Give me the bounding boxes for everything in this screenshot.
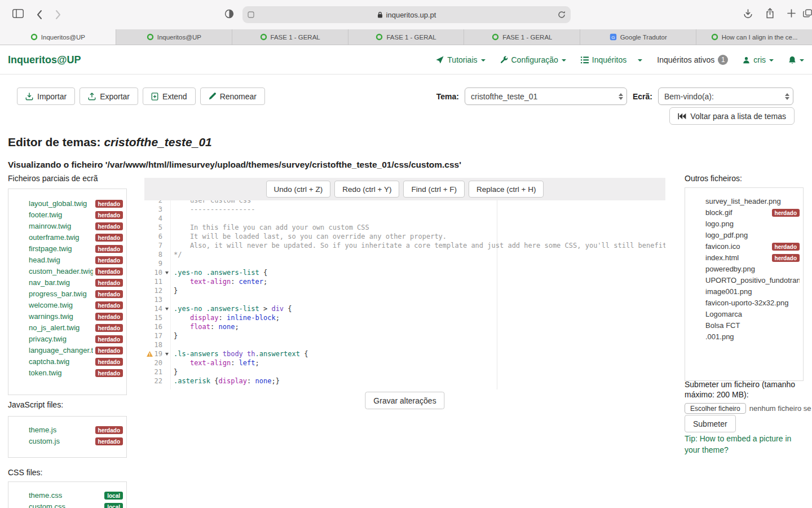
embed-picture-tip-link[interactable]: Tip: How to embed a picture in your them… (685, 433, 797, 456)
chevron-down-icon[interactable] (638, 59, 642, 62)
code-line[interactable]: 13 (144, 295, 665, 304)
file-link[interactable]: UPORTO_positivo_fundotransp (705, 275, 800, 286)
theme-select[interactable]: cristofthe_teste_01 (465, 87, 627, 105)
code-line[interactable]: 19.ls-answers tbody th.answertext { (144, 349, 665, 358)
browser-tab[interactable]: How can I align in the ce... (696, 29, 812, 45)
save-changes-button[interactable]: Gravar alterações (365, 392, 444, 409)
file-link[interactable]: no_js_alert.twig (29, 322, 93, 334)
code-line[interactable]: 5 In this file you can add your own cust… (144, 223, 665, 232)
code-line[interactable]: 18 (144, 340, 665, 349)
file-link[interactable]: block.gif (705, 207, 770, 218)
file-link[interactable]: language_changer.twig (29, 345, 93, 356)
file-link[interactable]: custom.js (29, 436, 93, 447)
file-link[interactable]: progress_bar.twig (29, 288, 93, 300)
import-button[interactable]: Importar (17, 87, 75, 105)
code-line[interactable]: 21} (144, 367, 665, 376)
browser-tab[interactable]: FASE 1 - GERAL (232, 29, 348, 45)
file-link[interactable]: Logomarca (705, 309, 800, 320)
code-line[interactable]: 22.asterisk {display: none;} (144, 376, 665, 386)
browser-tab[interactable]: FASE 1 - GERAL (348, 29, 464, 45)
file-link[interactable]: favicon-uporto-32x32.png (705, 297, 800, 309)
file-link[interactable]: index.html (705, 252, 770, 264)
code-line[interactable]: 7 Also, it will never be updated. So if … (144, 241, 665, 250)
code-area[interactable]: 2 user custom css3 ----------------45 In… (144, 200, 665, 389)
screen-select[interactable]: Bem-vindo(a): (658, 87, 793, 105)
privacy-shield-icon[interactable] (224, 9, 234, 19)
downloads-icon[interactable] (743, 9, 753, 19)
fold-arrow-icon[interactable] (165, 353, 169, 356)
file-link[interactable]: .001.png (705, 331, 800, 343)
file-link[interactable]: head.twig (29, 255, 93, 266)
nav-notifications[interactable] (788, 56, 804, 64)
submit-button[interactable]: Submeter (685, 415, 736, 432)
browser-tab[interactable]: Inqueritos@UP (0, 29, 116, 45)
browser-tab[interactable]: Inqueritos@UP (116, 29, 232, 45)
file-link[interactable]: token.twig (29, 367, 93, 379)
line-number: 7 (158, 241, 162, 250)
address-bar[interactable]: inqueritos.up.pt (242, 6, 571, 23)
forward-icon[interactable] (55, 10, 61, 20)
file-link[interactable]: privacy.twig (29, 334, 93, 345)
replace-button[interactable]: Replace (ctrl + H) (469, 181, 544, 198)
redo-button[interactable]: Redo (ctrl + Y) (334, 181, 399, 198)
file-link[interactable]: Bolsa FCT (705, 320, 800, 331)
code-line[interactable]: 6 It will be loaded last, so you can ove… (144, 232, 665, 241)
file-link[interactable]: layout_global.twig (29, 198, 93, 209)
fold-arrow-icon[interactable] (165, 308, 169, 310)
code-line[interactable]: 11 text-align: center; (144, 277, 665, 286)
sidebar-toggle-icon[interactable] (12, 9, 24, 18)
nav-tutorials[interactable]: Tutoriais (436, 55, 485, 64)
fold-arrow-icon[interactable] (165, 271, 169, 274)
back-to-theme-list-button[interactable]: Voltar para a lista de temas (669, 107, 795, 125)
file-link[interactable]: custom.css (29, 501, 102, 508)
new-tab-icon[interactable] (787, 9, 796, 17)
choose-file-button[interactable]: Escolher ficheiro (685, 403, 746, 414)
code-line[interactable]: 12} (144, 286, 665, 295)
browser-tab[interactable]: FASE 1 - GERAL (464, 29, 580, 45)
browser-tab[interactable]: GGoogle Tradutor (580, 29, 696, 45)
file-link[interactable]: mainrow.twig (29, 221, 93, 232)
tab-overview-icon[interactable] (803, 9, 812, 17)
file-link[interactable]: logo_pdf.png (705, 230, 800, 241)
file-link[interactable]: firstpage.twig (29, 243, 93, 255)
code-line[interactable]: 17} (144, 331, 665, 340)
file-link[interactable]: poweredby.png (705, 264, 800, 275)
file-link[interactable]: logo.png (705, 218, 800, 230)
file-link[interactable]: custom_header.twig (29, 266, 93, 277)
brand-logo[interactable]: Inqueritos@UP (8, 45, 81, 75)
file-link[interactable]: survey_list_header.png (705, 196, 800, 207)
code-line[interactable]: 4 (144, 214, 665, 223)
file-link[interactable]: footer.twig (29, 209, 93, 221)
code-line[interactable]: 20 text-align: left; (144, 358, 665, 367)
code-line[interactable]: 15 display: inline-block; (144, 313, 665, 322)
reload-icon[interactable] (558, 11, 566, 19)
line-number: 20 (155, 358, 162, 367)
nav-configuration[interactable]: Configuração (500, 55, 566, 64)
file-link[interactable]: nav_bar.twig (29, 277, 93, 288)
file-link[interactable]: image001.png (705, 286, 800, 297)
nav-active-surveys[interactable]: Inquéritos ativos 1 (657, 55, 728, 65)
nav-user-menu[interactable]: cris (743, 55, 774, 64)
file-link[interactable]: theme.css (29, 490, 102, 501)
rename-button[interactable]: Renomear (200, 87, 265, 105)
code-line[interactable]: 2 user custom css (144, 200, 665, 205)
share-icon[interactable] (766, 8, 774, 19)
undo-button[interactable]: Undo (ctrl + Z) (266, 181, 331, 198)
file-link[interactable]: favicon.ico (705, 241, 770, 252)
extend-button[interactable]: Extend (143, 87, 196, 105)
file-link[interactable]: captcha.twig (29, 356, 93, 367)
file-link[interactable]: welcome.twig (29, 300, 93, 311)
file-link[interactable]: theme.js (29, 424, 93, 436)
code-line[interactable]: 8*/ (144, 250, 665, 259)
file-link[interactable]: outerframe.twig (29, 232, 93, 243)
nav-surveys[interactable]: Inquéritos (581, 55, 642, 64)
file-link[interactable]: warnings.twig (29, 311, 93, 322)
code-line[interactable]: 16 float: none; (144, 322, 665, 331)
find-button[interactable]: Find (ctrl + F) (403, 181, 465, 198)
code-line[interactable]: 14.yes-no .answers-list > div { (144, 304, 665, 313)
export-button[interactable]: Exportar (80, 87, 138, 105)
code-line[interactable]: 9 (144, 259, 665, 268)
back-icon[interactable] (36, 10, 42, 20)
code-line[interactable]: 10.yes-no .answers-list { (144, 268, 665, 277)
code-line[interactable]: 3 ---------------- (144, 205, 665, 214)
